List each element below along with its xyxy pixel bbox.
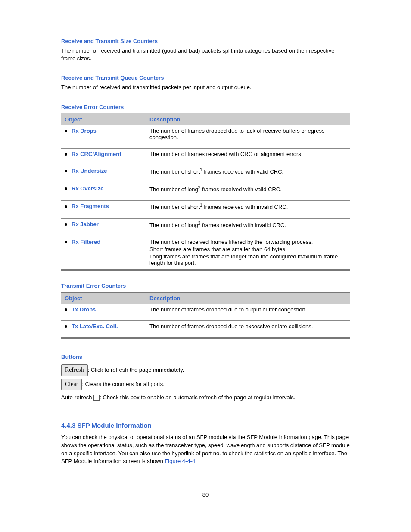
sfp-text: You can check the physical or operationa… (61, 434, 350, 465)
bullet-icon (65, 205, 67, 208)
size-counters-heading: Receive and Transmit Size Counters (61, 38, 350, 44)
table-row: Rx FilteredThe number of received frames… (61, 236, 350, 270)
table-row: Rx OversizeThe number of long2 frames re… (61, 183, 350, 200)
table-row: Rx DropsThe number of frames dropped due… (61, 125, 350, 148)
row-object: Rx Undersize (61, 165, 146, 183)
clear-button[interactable]: Clear (61, 379, 82, 390)
queue-counters-text: The number of received and transmitted p… (61, 84, 350, 91)
row-object: Rx Jabber (61, 218, 146, 236)
row-description: The number of frames received with CRC o… (146, 148, 350, 165)
bullet-icon (65, 130, 67, 132)
tx-header-desc: Description (146, 292, 350, 304)
row-object: Rx CRC/Alignment (61, 148, 146, 165)
row-description: The number of short1 frames received wit… (146, 201, 350, 218)
table-row: Rx UndersizeThe number of short1 frames … (61, 165, 350, 183)
row-object: Rx Fragments (61, 201, 146, 218)
bullet-icon (65, 241, 67, 243)
rx-header-object: Object (61, 113, 146, 125)
autorefresh-prefix: Auto-refresh (61, 394, 92, 401)
queue-counters-heading: Receive and Transmit Queue Counters (61, 75, 350, 81)
row-description: The number of short1 frames received wit… (146, 165, 350, 183)
row-description: The number of frames dropped due to exce… (146, 320, 350, 338)
tx-error-table: Object Description Tx DropsThe number of… (61, 292, 350, 339)
bullet-icon (65, 153, 67, 156)
page-container: Receive and Transmit Size Counters The n… (31, 0, 380, 515)
sfp-paragraph: You can check the physical or operationa… (61, 433, 350, 466)
bullet-icon (65, 308, 67, 311)
refresh-line: Refresh: Click to refresh the page immed… (61, 364, 350, 376)
refresh-button[interactable]: Refresh (61, 364, 88, 376)
clear-line: Clear: Clears the counters for all ports… (61, 379, 350, 390)
tx-error-heading: Transmit Error Counters (61, 283, 350, 289)
rx-error-heading: Receive Error Counters (61, 104, 350, 110)
sfp-heading: 4.4.3 SFP Module Information (61, 422, 350, 429)
rx-error-table: Object Description Rx DropsThe number of… (61, 113, 350, 271)
row-object: Rx Oversize (61, 183, 146, 200)
bullet-icon (65, 325, 67, 328)
table-row: Rx CRC/AlignmentThe number of frames rec… (61, 148, 350, 165)
row-object: Tx Late/Exc. Coll. (61, 320, 146, 338)
table-row: Tx DropsThe number of frames dropped due… (61, 304, 350, 320)
table-row: Tx Late/Exc. Coll.The number of frames d… (61, 320, 350, 338)
autorefresh-checkbox[interactable] (93, 395, 100, 401)
clear-text: : Clears the counters for all ports. (82, 381, 164, 387)
table-row: Rx JabberThe number of long2 frames rece… (61, 218, 350, 236)
row-object: Rx Filtered (61, 236, 146, 270)
sfp-figure-ref[interactable]: Figure 4-4-4. (165, 458, 196, 464)
row-description: The number of frames dropped due to lack… (146, 125, 350, 148)
table-row: Rx FragmentsThe number of short1 frames … (61, 201, 350, 218)
bullet-icon (65, 187, 67, 190)
row-description: The number of frames dropped due to outp… (146, 304, 350, 320)
buttons-heading: Buttons (61, 354, 350, 360)
size-counters-text: The number of received and transmitted (… (61, 47, 350, 62)
tx-header-object: Object (61, 292, 146, 304)
row-description: The number of received frames filtered b… (146, 236, 350, 270)
autorefresh-line: Auto-refresh : Check this box to enable … (61, 393, 350, 402)
page-number: 80 (61, 492, 350, 498)
rx-header-desc: Description (146, 113, 350, 125)
refresh-text: : Click to refresh the page immediately. (88, 367, 184, 373)
row-description: The number of long2 frames received with… (146, 183, 350, 200)
row-description: The number of long2 frames received with… (146, 218, 350, 236)
row-object: Tx Drops (61, 304, 146, 320)
row-object: Rx Drops (61, 125, 146, 148)
bullet-icon (65, 223, 67, 226)
bullet-icon (65, 170, 67, 172)
autorefresh-text: : Check this box to enable an automatic … (100, 394, 296, 401)
